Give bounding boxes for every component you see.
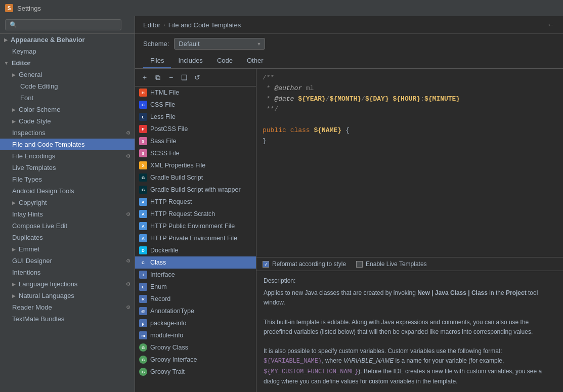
live-templates-checkbox[interactable] [356, 261, 363, 268]
content-area: Editor › File and Code Templates ← Schem… [135, 16, 563, 392]
sidebar-item-inspections[interactable]: Inspections⚙ [0, 127, 135, 139]
file-item-http-request-scratch[interactable]: AHTTP Request Scratch [135, 208, 256, 220]
file-icon-dockerfile: D [139, 246, 147, 254]
sidebar-item-font[interactable]: Font [0, 92, 135, 104]
sidebar-arrow-copyright: ▶ [12, 200, 16, 205]
sidebar-label-file-types: File Types [12, 176, 42, 183]
file-icon-sass-file: S [139, 137, 147, 145]
tab-other[interactable]: Other [240, 54, 271, 68]
file-icon-groovy-trait: G [139, 368, 147, 376]
file-item-gradle-build-script-wrapper[interactable]: GGradle Build Script with wrapper [135, 184, 256, 196]
sidebar-item-keymap[interactable]: Keymap [0, 46, 135, 57]
sidebar-item-language-injections[interactable]: ▶Language Injections⚙ [0, 278, 135, 290]
sidebar-item-inlay-hints[interactable]: Inlay Hints⚙ [0, 208, 135, 220]
sidebar-arrow-code-style: ▶ [12, 119, 16, 124]
file-item-class[interactable]: CClass [135, 256, 256, 269]
sidebar-item-live-templates[interactable]: Live Templates [0, 162, 135, 173]
tab-files[interactable]: Files [143, 54, 171, 68]
code-editor[interactable]: /** * @author ml * @date ${YEAR}/${MONTH… [256, 69, 563, 257]
file-item-interface[interactable]: IInterface [135, 269, 256, 281]
code-line: } [263, 136, 557, 147]
description-title: Description: [264, 276, 556, 285]
sidebar-badge-reader-mode: ⚙ [126, 304, 131, 310]
sidebar-arrow-appearance: ▶ [4, 37, 8, 42]
reset-button[interactable]: ↺ [192, 72, 203, 83]
sidebar-item-editor[interactable]: ▼Editor [0, 57, 135, 69]
search-bar [0, 16, 135, 34]
file-item-css-file[interactable]: CCSS File [135, 99, 256, 111]
file-item-record[interactable]: RRecord [135, 293, 256, 305]
sidebar-item-intentions[interactable]: Intentions [0, 267, 135, 278]
sidebar-item-file-encodings[interactable]: File Encodings⚙ [0, 150, 135, 162]
file-item-groovy-interface[interactable]: GGroovy Interface [135, 354, 256, 366]
code-line: /** [263, 73, 557, 83]
live-templates-label: Enable Live Templates [366, 260, 427, 268]
file-label-gradle-build-script-wrapper: Gradle Build Script with wrapper [150, 186, 241, 193]
file-icon-annotation-type: @ [139, 307, 147, 315]
remove-button[interactable]: − [165, 72, 177, 83]
file-list: HHTML FileCCSS FileLLess FilePPostCSS Fi… [135, 86, 256, 392]
sidebar-item-file-and-code-templates[interactable]: File and Code Templates [0, 139, 135, 150]
title-bar: S Settings [0, 0, 563, 16]
file-item-dockerfile[interactable]: DDockerfile [135, 244, 256, 256]
sidebar-label-code-editing: Code Editing [20, 82, 58, 90]
sidebar-label-intentions: Intentions [12, 269, 40, 276]
sidebar-item-compose-live-edit[interactable]: Compose Live Edit [0, 220, 135, 232]
scheme-select[interactable]: Default Project [174, 38, 265, 50]
sidebar-label-copyright: Copyright [19, 199, 47, 206]
file-icon-package-info: p [139, 319, 147, 327]
sidebar-label-natural-languages: Natural Languages [19, 292, 74, 299]
sidebar-item-general[interactable]: ▶General [0, 69, 135, 80]
sidebar-item-file-types[interactable]: File Types [0, 173, 135, 185]
sidebar-item-copyright[interactable]: ▶Copyright [0, 197, 135, 208]
file-item-xml-properties-file[interactable]: XXML Properties File [135, 159, 256, 171]
file-item-postcss-file[interactable]: PPostCSS File [135, 123, 256, 135]
file-item-groovy-trait[interactable]: GGroovy Trait [135, 366, 256, 378]
tab-includes[interactable]: Includes [171, 54, 209, 68]
file-icon-scss-file: S [139, 149, 147, 157]
sidebar-item-code-style[interactable]: ▶Code Style [0, 115, 135, 127]
sidebar-label-color-scheme: Color Scheme [19, 106, 60, 113]
file-item-module-info[interactable]: mmodule-info [135, 329, 256, 341]
file-item-http-private-env[interactable]: AHTTP Private Environment File [135, 232, 256, 244]
file-item-http-request[interactable]: AHTTP Request [135, 196, 256, 208]
file-item-scss-file[interactable]: SSCSS File [135, 147, 256, 159]
editor-options: ✓ Reformat according to style Enable Liv… [256, 257, 563, 271]
tab-code[interactable]: Code [210, 54, 240, 68]
file-item-http-public-env[interactable]: AHTTP Public Environment File [135, 220, 256, 232]
file-item-gradle-build-script[interactable]: GGradle Build Script [135, 171, 256, 184]
file-label-package-info: package-info [150, 320, 187, 327]
file-item-package-info[interactable]: ppackage-info [135, 317, 256, 329]
sidebar-label-language-injections: Language Injections [19, 280, 77, 288]
sidebar-item-appearance[interactable]: ▶Appearance & Behavior [0, 34, 135, 46]
description-body: Applies to new Java classes that are cre… [264, 288, 556, 392]
back-button[interactable]: ← [547, 20, 555, 29]
file-label-postcss-file: PostCSS File [150, 125, 188, 133]
sidebar-item-reader-mode[interactable]: Reader Mode⚙ [0, 301, 135, 313]
sidebar-item-code-editing[interactable]: Code Editing [0, 80, 135, 92]
sidebar-item-gui-designer[interactable]: GUI Designer⚙ [0, 255, 135, 267]
file-item-annotation-type[interactable]: @AnnotationType [135, 305, 256, 317]
sidebar-item-textmate-bundles[interactable]: TextMate Bundles [0, 313, 135, 325]
reformat-checkbox[interactable]: ✓ [263, 261, 269, 268]
sidebar-badge-inspections: ⚙ [126, 130, 131, 136]
file-item-sass-file[interactable]: SSass File [135, 135, 256, 147]
sidebar-item-emmet[interactable]: ▶Emmet [0, 243, 135, 255]
add-button[interactable]: + [139, 72, 150, 83]
file-list-panel: + ⧉ − ❑ ↺ HHTML FileCCSS FileLLess FileP… [135, 69, 256, 392]
file-item-groovy-class[interactable]: GGroovy Class [135, 341, 256, 354]
sidebar-item-duplicates[interactable]: Duplicates [0, 232, 135, 243]
file-label-record: Record [150, 295, 170, 302]
sidebar-item-natural-languages[interactable]: ▶Natural Languages [0, 290, 135, 301]
editor-panel: /** * @author ml * @date ${YEAR}/${MONTH… [256, 69, 563, 392]
file-item-less-file[interactable]: LLess File [135, 111, 256, 123]
reformat-label: Reformat according to style [272, 260, 346, 268]
file-item-html-file[interactable]: HHTML File [135, 86, 256, 99]
duplicate-button[interactable]: ❑ [179, 72, 190, 83]
search-input[interactable] [5, 19, 121, 30]
copy-button[interactable]: ⧉ [152, 72, 163, 83]
file-item-enum[interactable]: EEnum [135, 281, 256, 293]
sidebar-item-android-design-tools[interactable]: Android Design Tools [0, 185, 135, 197]
sidebar-label-duplicates: Duplicates [12, 234, 43, 241]
sidebar-item-color-scheme[interactable]: ▶Color Scheme [0, 104, 135, 115]
